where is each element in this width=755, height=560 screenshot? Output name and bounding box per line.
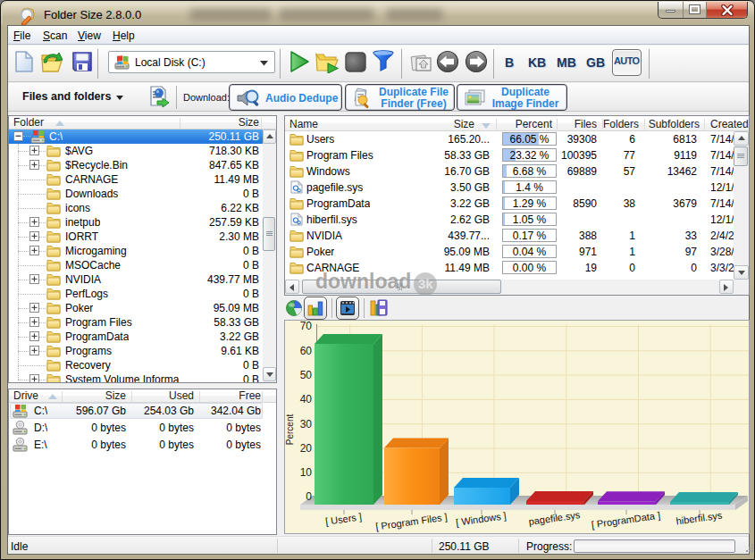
svg-text:0: 0	[306, 490, 312, 503]
svg-text:10: 10	[300, 466, 313, 479]
svg-text:[ Users ]: [ Users ]	[324, 511, 362, 527]
svg-text:Percent: Percent	[285, 414, 295, 446]
svg-text:60: 60	[300, 345, 313, 357]
svg-text:pagefile.sys: pagefile.sys	[528, 509, 582, 527]
svg-text:hiberfil.sys: hiberfil.sys	[675, 509, 724, 526]
svg-text:[ ProgramData ]: [ ProgramData ]	[591, 510, 661, 531]
svg-text:[ Program Files ]: [ Program Files ]	[375, 511, 449, 531]
svg-text:40: 40	[300, 393, 313, 405]
svg-text:50: 50	[300, 369, 313, 381]
svg-text:70: 70	[300, 321, 313, 332]
svg-text:30: 30	[300, 418, 313, 430]
svg-text:[ Windows ]: [ Windows ]	[455, 510, 507, 528]
svg-text:20: 20	[300, 442, 313, 455]
